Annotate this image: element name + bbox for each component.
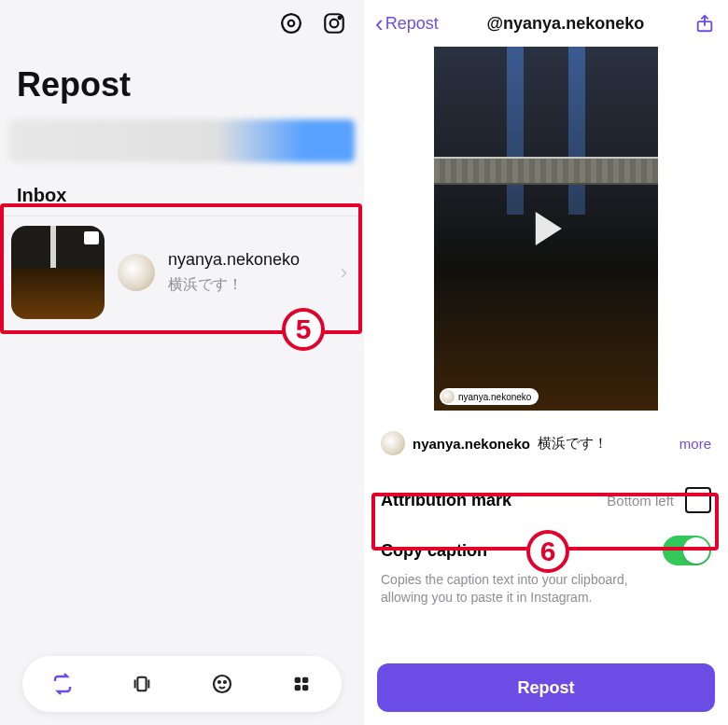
post-media[interactable]: nyanya.nekoneko [434, 47, 658, 411]
nav-repost-icon[interactable] [49, 671, 76, 697]
svg-point-6 [214, 676, 231, 692]
back-button[interactable]: ‹ Repost [375, 11, 439, 35]
copy-caption-desc: Copies the caption text into your clipbo… [381, 571, 661, 606]
page-title: Repost [0, 47, 364, 119]
svg-point-7 [218, 681, 220, 683]
promo-card [9, 119, 355, 162]
attribution-value: Bottom left [607, 493, 674, 509]
avatar [118, 254, 155, 291]
svg-rect-10 [302, 677, 308, 683]
inbox-username: nyanya.nekoneko [168, 250, 322, 270]
svg-rect-12 [302, 685, 308, 690]
caption-row: nyanya.nekoneko 横浜です！ more [364, 411, 728, 463]
svg-point-8 [224, 681, 226, 683]
svg-point-3 [330, 20, 339, 28]
svg-rect-9 [295, 677, 301, 683]
inbox-label: Inbox [0, 162, 364, 216]
caption-username: nyanya.nekoneko [413, 436, 530, 452]
svg-rect-5 [138, 677, 147, 691]
nav-face-icon[interactable] [209, 671, 235, 697]
inbox-item[interactable]: nyanya.nekoneko 横浜です！ › [0, 216, 364, 328]
attribution-checkbox[interactable] [685, 487, 711, 513]
chevron-left-icon: ‹ [375, 11, 384, 35]
settings-icon[interactable] [278, 10, 304, 36]
nav-feed-icon[interactable] [129, 671, 155, 697]
post-thumbnail [11, 226, 105, 319]
bottom-nav [22, 656, 342, 712]
share-icon[interactable] [693, 11, 717, 35]
attribution-chip-user: nyanya.nekoneko [458, 392, 531, 402]
nav-grid-icon[interactable] [288, 671, 315, 697]
attribution-title: Attribution mark [381, 491, 595, 510]
repost-button[interactable]: Repost [377, 663, 715, 712]
chevron-right-icon: › [335, 260, 353, 285]
caption-text: 横浜です！ [538, 435, 608, 453]
more-link[interactable]: more [679, 436, 711, 452]
attribution-chip: nyanya.nekoneko [440, 388, 539, 405]
inbox-caption: 横浜です！ [168, 275, 322, 295]
instagram-icon[interactable] [321, 10, 347, 36]
avatar [381, 431, 405, 455]
attribution-mark-row[interactable]: Attribution mark Bottom left [381, 487, 711, 513]
copy-caption-toggle[interactable] [663, 536, 711, 565]
svg-point-4 [339, 17, 342, 20]
back-label: Repost [385, 14, 439, 34]
svg-rect-11 [295, 685, 301, 690]
play-icon [536, 212, 562, 245]
copy-caption-title: Copy caption [381, 541, 651, 561]
header-title: @nyanya.nekoneko [446, 14, 685, 34]
svg-point-0 [282, 14, 301, 33]
svg-point-1 [288, 21, 295, 27]
carousel-icon [84, 231, 99, 244]
